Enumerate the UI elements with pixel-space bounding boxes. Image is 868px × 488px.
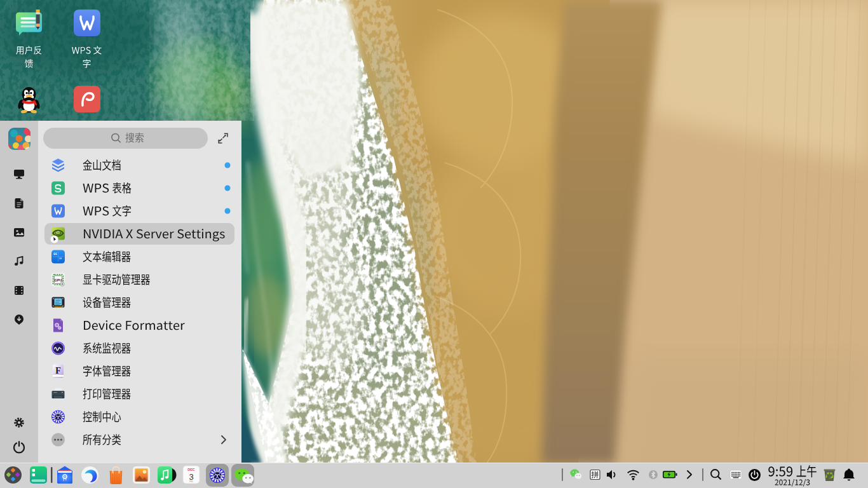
svg-text:GPU: GPU: [54, 278, 62, 282]
svg-text:FRI: FRI: [189, 480, 193, 483]
svg-text:DEC: DEC: [187, 468, 195, 471]
svg-text:info: info: [56, 299, 60, 302]
svg-text:F: F: [55, 366, 61, 376]
